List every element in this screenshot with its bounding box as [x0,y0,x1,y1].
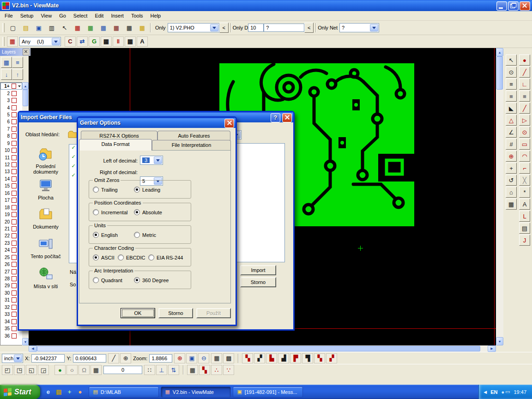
layer-select-combo[interactable]: 1) V2.PHO [168,23,219,32]
net-table-icon[interactable]: ▦ [110,22,122,34]
chevron-down-icon[interactable] [14,355,22,362]
tab-data-format[interactable]: Data Format [79,139,152,151]
menu-item[interactable]: Insert [107,12,127,20]
radio-leading[interactable]: Leading [134,187,160,193]
language-indicator[interactable]: EN [490,389,497,395]
messenger-tray-icon[interactable]: ● [501,389,504,395]
angle-icon[interactable]: ∠ [506,127,517,138]
hide-icons-chevron[interactable]: ◀ [484,390,487,394]
measure-line-icon[interactable]: ╱ [108,353,119,363]
x-coordinate-field[interactable]: -0.942237 [31,354,65,363]
close-button[interactable] [224,119,234,128]
mini-grid-icon[interactable]: ▦ [187,365,198,375]
taskbar-task-button[interactable]: ▤ D:\MLAB [89,387,159,398]
bars-icon[interactable]: ‖ [113,36,124,47]
swap-icon[interactable]: ⇄ [77,36,88,47]
save-icon[interactable]: ▣ [33,22,45,34]
cancel-button[interactable]: Storno [158,308,193,318]
menu-item[interactable]: Edit [91,12,107,20]
dcode-table-icon[interactable]: ▦ [85,22,97,34]
previous-layer-button[interactable]: < [219,23,229,33]
tab-auto-features[interactable]: Auto Features [157,131,230,141]
draw-circle-icon[interactable]: ⊙ [519,127,530,138]
crosshair-icon[interactable]: + [506,163,517,174]
draw-arc-icon[interactable]: ◠ [519,151,530,162]
origin-target-icon[interactable]: ⊕ [120,353,131,363]
toolbar-grip[interactable] [2,37,5,46]
probe-icon[interactable]: Ω [79,365,90,375]
menu-item[interactable]: Setup [17,12,37,20]
trace-mode-icon-3[interactable]: ▙ [266,353,277,363]
layer-row[interactable]: 4 [0,104,22,111]
flash-pattern-icon-3[interactable]: ∵ [223,365,234,375]
radio-quadrant[interactable]: Quadrant [93,277,122,283]
menu-item[interactable]: Help [147,12,165,20]
place-recent-documents[interactable]: Poslední dokumenty [24,146,68,175]
close-button[interactable] [520,1,530,11]
letter-j-tool-icon[interactable]: J [519,235,530,246]
menu-item[interactable]: File [1,12,17,20]
add-element-icon[interactable]: ⊕ [506,151,517,162]
pad-mode-icon-4[interactable]: ▞ [326,353,337,363]
radio-eia-rs244[interactable]: EIA RS-244 [148,254,183,260]
text-tool-icon[interactable]: A [519,199,530,210]
menu-item[interactable]: Tools [127,12,147,20]
layers-panel-header[interactable]: Layers [0,48,30,56]
chevron-down-icon[interactable] [210,24,218,31]
shield-quick-icon[interactable]: + [65,388,73,396]
menu-item[interactable]: View [37,12,55,20]
snap-indicator-icon[interactable]: ● [54,365,66,375]
menu-item[interactable]: Select [70,12,91,20]
new-file-icon[interactable]: ▢ [7,22,19,34]
restore-button[interactable] [508,1,519,11]
tab-file-interpretation[interactable]: File Interpretation [152,140,231,150]
zoom-in-icon[interactable]: ⊕ [174,353,185,363]
hatch-icon[interactable]: # [506,139,517,150]
array-grid-icon[interactable]: ▦ [91,365,102,375]
vertical-scroll-thumb[interactable] [496,56,503,90]
ok-button[interactable]: OK [121,308,155,318]
layer-table-icon[interactable]: ▦ [1,57,12,68]
pad-mode-icon-1[interactable]: ▛ [290,353,301,363]
corner-bl-icon[interactable]: ◱ [26,365,37,375]
zoom-select-icon[interactable]: ⊙ [506,66,517,78]
report-table-icon[interactable]: ▦ [123,22,135,34]
draw-rect-icon[interactable]: ▭ [519,139,530,150]
letter-g-button[interactable]: G [89,36,100,47]
chevron-down-icon[interactable] [370,24,378,31]
layer-row[interactable]: 2 [0,90,22,97]
radio-ebcdic[interactable]: EBCDIC [118,254,145,260]
cancel-button[interactable]: Storno [240,277,276,287]
y-coordinate-field[interactable]: 0.690643 [73,354,106,363]
settings-icon[interactable]: * [519,187,530,198]
corner-tl-icon[interactable]: ◰ [2,365,13,375]
import-button[interactable]: Import [240,265,276,275]
draw-arrow-icon[interactable]: ▷ [519,115,530,126]
grid-toggle-icon[interactable]: ▦ [211,353,222,363]
minimize-button[interactable] [496,1,507,11]
previous-dcode-button[interactable]: < [304,23,314,33]
tool-table-icon[interactable]: ▦ [97,22,109,34]
pad-mode-icon-2[interactable]: ▜ [302,353,313,363]
canvas-horizontal-scrollbar[interactable]: ◀ ▶ [29,345,496,352]
table-small-icon-1[interactable]: ▦ [101,36,112,47]
corner-tr-icon[interactable]: ◳ [14,365,25,375]
radio-incremental[interactable]: Incremental [93,209,127,215]
zoom-out-icon[interactable]: ⊖ [198,353,209,363]
radio-absolute[interactable]: Absolute [134,209,162,215]
dcode-filter-field[interactable]: ? [264,24,304,32]
macro-table-icon[interactable]: ▦ [136,22,148,34]
table-view-icon[interactable]: ▦ [506,199,517,210]
keyboard-tray-icon[interactable]: ▭ [505,389,510,395]
trace-mode-icon-4[interactable]: ▟ [278,353,289,363]
fill-tool-icon[interactable]: ▤ [519,223,530,234]
menu-item[interactable]: Go [55,12,70,20]
letter-a-button[interactable]: A [137,36,148,47]
table-small-icon-2[interactable]: ▦ [125,36,136,47]
erase-icon[interactable]: ╳ [519,175,530,186]
home-view-icon[interactable]: ⌂ [506,187,517,198]
scroll-down-button[interactable]: ▼ [496,337,503,345]
file-list-right[interactable] [233,143,285,262]
corner-br-icon[interactable]: ◲ [38,365,49,375]
folders-quick-icon[interactable]: ▤ [54,388,63,396]
